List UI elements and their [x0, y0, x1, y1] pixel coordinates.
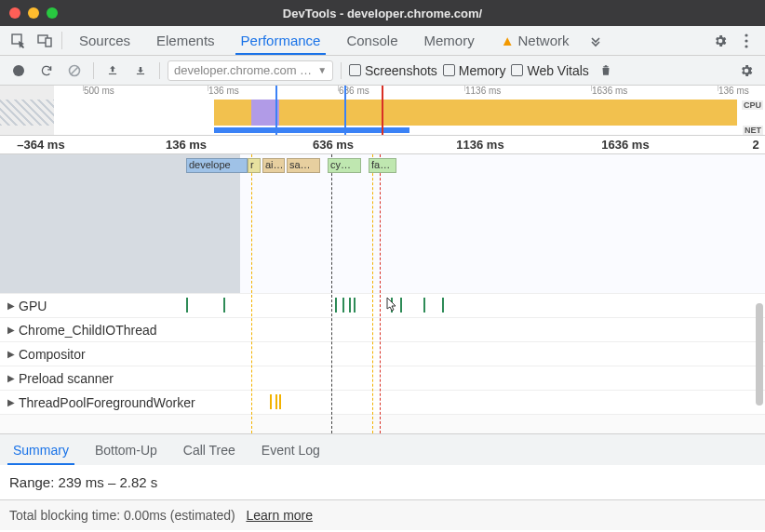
screenshots-checkbox[interactable]: Screenshots	[349, 63, 437, 78]
window-minimize-button[interactable]	[28, 7, 39, 19]
track-label: ThreadPoolForegroundWorker	[19, 395, 195, 410]
tab-network-label: Network	[518, 33, 570, 48]
tracks-area[interactable]: ▶Network developerai…sa…cy…fa… ▶GPU▶Chro…	[0, 154, 765, 433]
tab-memory[interactable]: Memory	[410, 26, 487, 55]
summary-panel: Range: 239 ms – 2.82 s	[0, 465, 765, 499]
tab-bottom-up[interactable]: Bottom-Up	[82, 434, 170, 465]
learn-more-link[interactable]: Learn more	[246, 508, 313, 523]
divider	[93, 62, 94, 79]
overview-tick: 500 ms	[84, 86, 114, 96]
ruler-tick: 636 ms	[313, 138, 354, 152]
svg-point-4	[745, 39, 747, 42]
tab-summary[interactable]: Summary	[0, 434, 82, 465]
track-network[interactable]: ▶Network developerai…sa…cy…fa…	[0, 154, 765, 294]
delete-icon[interactable]	[595, 60, 617, 82]
track-label: GPU	[19, 299, 47, 313]
clear-button[interactable]	[63, 60, 86, 82]
track-row[interactable]: ▶GPU	[0, 294, 765, 318]
memory-checkbox[interactable]: Memory	[443, 63, 506, 78]
network-request-block[interactable]: ai…	[262, 158, 285, 173]
web-vitals-checkbox[interactable]: Web Vitals	[511, 63, 588, 78]
window-title: DevTools - developer.chrome.com/	[0, 7, 765, 20]
chevron-down-icon: ▼	[317, 65, 327, 75]
track-label: Chrome_ChildIOThread	[19, 323, 157, 338]
svg-point-6	[13, 65, 24, 76]
summary-range: Range: 239 ms – 2.82 s	[9, 474, 756, 490]
inspect-icon[interactable]	[6, 26, 32, 55]
record-button[interactable]	[7, 60, 30, 82]
net-label: NET	[743, 126, 763, 135]
divider	[341, 62, 342, 79]
traffic-lights	[9, 7, 58, 19]
scrollbar[interactable]	[756, 303, 763, 406]
load-profile-icon[interactable]	[101, 60, 124, 82]
overview-tick: 136 ms	[208, 86, 239, 96]
overview-tick: 1636 ms	[592, 86, 627, 96]
svg-point-5	[745, 45, 747, 47]
expand-arrow-icon[interactable]: ▶	[7, 325, 15, 335]
expand-arrow-icon[interactable]: ▶	[7, 300, 15, 311]
ruler-tick: –364 ms	[17, 138, 64, 152]
expand-arrow-icon[interactable]: ▶	[7, 397, 15, 407]
overview-tick: 136 ms	[718, 86, 749, 96]
svg-point-3	[745, 33, 747, 36]
tab-elements[interactable]: Elements	[143, 26, 228, 55]
details-tabstrip: Summary Bottom-Up Call Tree Event Log	[0, 433, 765, 465]
svg-rect-2	[46, 38, 51, 47]
tab-call-tree[interactable]: Call Tree	[170, 434, 248, 465]
kebab-menu-icon[interactable]	[733, 26, 759, 55]
overview-tick: 636 ms	[339, 86, 369, 96]
track-row[interactable]: ▶ThreadPoolForegroundWorker	[0, 391, 765, 415]
track-label: Compositor	[19, 347, 86, 362]
network-request-block[interactable]: sa…	[287, 158, 320, 173]
recording-selector-label: developer.chrome.com …	[174, 63, 312, 77]
memory-label: Memory	[459, 63, 506, 78]
ruler-tick: 1636 ms	[601, 138, 649, 152]
ruler-tick: 1136 ms	[456, 138, 503, 152]
track-row[interactable]: ▶Preload scanner	[0, 366, 765, 391]
network-request-block[interactable]: cy…	[328, 158, 361, 173]
recording-selector[interactable]: developer.chrome.com … ▼	[168, 60, 333, 81]
tab-network[interactable]: ▲ Network	[488, 26, 583, 55]
svg-rect-10	[137, 73, 144, 73]
tab-console[interactable]: Console	[333, 26, 410, 55]
svg-line-8	[71, 67, 78, 74]
tab-performance[interactable]: Performance	[228, 26, 334, 55]
main-tabstrip: Sources Elements Performance Console Mem…	[0, 26, 765, 56]
reload-record-button[interactable]	[35, 60, 58, 82]
ruler-tick: 136 ms	[166, 138, 207, 152]
network-request-block[interactable]: r	[248, 158, 261, 173]
tab-event-log[interactable]: Event Log	[248, 434, 333, 465]
track-row[interactable]: ▶Compositor	[0, 342, 765, 366]
warning-icon: ▲	[501, 33, 515, 48]
expand-arrow-icon[interactable]: ▶	[7, 349, 15, 359]
network-request-block[interactable]: fa…	[369, 158, 396, 173]
footer-bar: Total blocking time: 0.00ms (estimated) …	[0, 499, 765, 530]
tab-sources[interactable]: Sources	[66, 26, 143, 55]
more-tabs-icon[interactable]	[583, 26, 609, 55]
expand-arrow-icon[interactable]: ▶	[7, 373, 15, 383]
overview-minimap[interactable]: 500 ms 136 ms 636 ms 1136 ms 1636 ms 136…	[0, 86, 765, 136]
network-request-block[interactable]: develope	[186, 158, 248, 173]
web-vitals-label: Web Vitals	[527, 63, 588, 78]
window-titlebar: DevTools - developer.chrome.com/	[0, 0, 765, 26]
time-ruler[interactable]: –364 ms 136 ms 636 ms 1136 ms 1636 ms 2	[0, 136, 765, 154]
track-row[interactable]: ▶Chrome_ChildIOThread	[0, 318, 765, 342]
ruler-tick: 2	[752, 138, 758, 152]
settings-icon[interactable]	[707, 26, 733, 55]
capture-settings-icon[interactable]	[735, 60, 758, 82]
track-label: Preload scanner	[19, 371, 114, 386]
screenshots-label: Screenshots	[365, 63, 437, 78]
cpu-label: CPU	[742, 100, 763, 110]
performance-toolbar: developer.chrome.com … ▼ Screenshots Mem…	[0, 56, 765, 86]
divider	[61, 32, 62, 49]
window-maximize-button[interactable]	[47, 7, 58, 19]
divider	[159, 62, 160, 79]
svg-rect-9	[109, 73, 116, 73]
window-close-button[interactable]	[9, 7, 20, 19]
overview-tick: 1136 ms	[465, 86, 501, 96]
save-profile-icon[interactable]	[129, 60, 152, 82]
device-toggle-icon[interactable]	[32, 26, 58, 55]
blocking-time-text: Total blocking time: 0.00ms (estimated)	[9, 508, 235, 523]
